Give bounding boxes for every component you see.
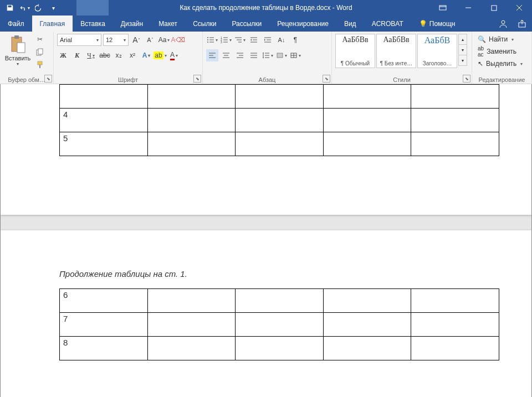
sort-icon[interactable]: A↓	[275, 34, 288, 46]
tab-view[interactable]: Вид	[336, 16, 364, 32]
table-row[interactable]	[60, 85, 499, 109]
paragraph-launcher[interactable]: ⬊	[323, 75, 330, 83]
tab-design[interactable]: Дизайн	[113, 16, 151, 32]
tab-references[interactable]: Ссылки	[185, 16, 224, 32]
font-size-combo[interactable]: 12▾	[103, 34, 129, 46]
redo-icon[interactable]	[32, 1, 45, 14]
svg-rect-3	[492, 6, 497, 11]
change-case-icon[interactable]: Aa▾	[158, 34, 170, 46]
subscript-button[interactable]: x₂	[112, 49, 125, 61]
style-heading1[interactable]: АаБбВ Заголово…	[417, 34, 457, 68]
table-row[interactable]: 4	[60, 109, 499, 132]
cursor-icon: ↖	[478, 60, 483, 68]
replace-icon: abac	[478, 45, 484, 58]
tab-layout[interactable]: Макет	[151, 16, 185, 32]
ribbon-options-icon[interactable]	[430, 0, 456, 16]
table-row[interactable]: 7	[60, 312, 499, 336]
undo-icon[interactable]: ▾	[18, 1, 31, 14]
tab-insert[interactable]: Вставка	[73, 16, 113, 32]
tab-review[interactable]: Рецензирование	[269, 16, 336, 32]
borders-icon[interactable]: ▾	[289, 49, 301, 61]
styles-up-icon[interactable]: ▴	[459, 34, 467, 45]
align-left-icon[interactable]	[206, 49, 218, 61]
font-name-combo[interactable]: Arial▾	[57, 34, 101, 46]
cut-icon[interactable]: ✂	[34, 34, 45, 45]
superscript-button[interactable]: x²	[126, 49, 139, 61]
tab-acrobat[interactable]: ACROBAT	[364, 16, 411, 32]
bullets-icon[interactable]: ▾	[206, 34, 218, 46]
underline-button[interactable]: Ч▾	[85, 49, 97, 61]
paste-button[interactable]: Вставить ▾	[3, 34, 32, 66]
style-preview: АаБбВв	[379, 35, 413, 44]
page-2: Продолжение таблицы на ст. 1. 6 7 8	[1, 230, 532, 397]
maximize-icon[interactable]	[481, 0, 507, 16]
save-icon[interactable]	[3, 1, 17, 14]
table-row[interactable]: 6	[60, 288, 499, 312]
multilevel-icon[interactable]: ▾	[234, 34, 246, 46]
share-icon[interactable]	[515, 17, 529, 30]
account-icon[interactable]	[497, 17, 510, 30]
clear-formatting-icon[interactable]: A⌫	[172, 34, 184, 46]
align-right-icon[interactable]	[234, 49, 246, 61]
tab-file[interactable]: Файл	[0, 16, 32, 32]
account-block	[76, 0, 109, 16]
strike-button[interactable]: abc	[99, 49, 111, 61]
find-button[interactable]: 🔍Найти▾	[475, 35, 528, 44]
align-center-icon[interactable]	[220, 49, 232, 61]
italic-button[interactable]: К	[71, 49, 83, 61]
table-page2[interactable]: 6 7 8	[59, 288, 499, 360]
cell[interactable]: 7	[60, 312, 148, 336]
font-color-icon[interactable]: A▾	[168, 49, 180, 61]
style-name: ¶ Без инте…	[379, 60, 413, 66]
window-title: Как сделать продолжение таблицы в Ворде.…	[180, 4, 352, 12]
tab-home[interactable]: Главная	[32, 16, 73, 32]
font-size-value: 12	[106, 37, 112, 43]
svg-point-6	[502, 20, 505, 24]
close-icon[interactable]	[507, 0, 532, 16]
group-styles-label: Стили	[332, 76, 472, 83]
group-editing-label: Редактирование	[472, 76, 531, 83]
find-label: Найти	[489, 35, 508, 43]
numbering-icon[interactable]: 123▾	[220, 34, 232, 46]
table-caption[interactable]: Продолжение таблицы на ст. 1.	[59, 269, 499, 279]
copy-icon[interactable]	[34, 47, 45, 58]
table-row[interactable]: 5	[60, 132, 499, 156]
style-preview: АаБбВ	[420, 35, 454, 45]
minimize-icon[interactable]	[456, 0, 481, 16]
table-page1[interactable]: 4 5	[59, 84, 499, 156]
increase-indent-icon[interactable]	[262, 34, 274, 46]
font-launcher[interactable]: ⬊	[193, 75, 201, 83]
decrease-indent-icon[interactable]	[248, 34, 260, 46]
tab-mailings[interactable]: Рассылки	[224, 16, 269, 32]
pilcrow-icon[interactable]: ¶	[289, 34, 301, 46]
svg-rect-51	[277, 53, 283, 58]
replace-button[interactable]: abacЗаменить	[475, 45, 528, 58]
style-no-spacing[interactable]: АаБбВв ¶ Без инте…	[376, 34, 416, 68]
justify-icon[interactable]	[248, 49, 260, 61]
grow-font-icon[interactable]: A˄	[130, 34, 142, 46]
line-spacing-icon[interactable]: ▾	[262, 49, 274, 61]
text-effects-icon[interactable]: A▾	[140, 49, 152, 61]
cell[interactable]: 4	[60, 109, 148, 132]
clipboard-launcher[interactable]: ⬊	[44, 75, 52, 83]
svg-rect-0	[439, 6, 446, 10]
qat-customize-icon[interactable]: ▾	[47, 1, 60, 14]
bold-button[interactable]: Ж	[57, 49, 69, 61]
svg-text:3: 3	[221, 40, 222, 43]
shrink-font-icon[interactable]: A˅	[144, 34, 156, 46]
styles-more-icon[interactable]: ▾	[459, 55, 467, 65]
shading-icon[interactable]: ▾	[275, 49, 288, 61]
styles-down-icon[interactable]: ▾	[459, 45, 467, 55]
select-button[interactable]: ↖Выделить▾	[475, 59, 528, 68]
cell[interactable]: 5	[60, 132, 148, 156]
document-area[interactable]: 4 5 Продолжение таблицы на ст. 1. 6 7 8	[0, 84, 532, 397]
style-preview: АаБбВв	[338, 35, 372, 44]
format-painter-icon[interactable]	[34, 59, 45, 70]
cell[interactable]: 8	[60, 336, 148, 360]
styles-launcher[interactable]: ⬊	[463, 75, 470, 83]
highlight-icon[interactable]: ab▾	[154, 49, 166, 61]
style-normal[interactable]: АаБбВв ¶ Обычный	[335, 34, 375, 68]
cell[interactable]: 6	[60, 288, 148, 312]
tell-me[interactable]: 💡Помощн	[411, 16, 463, 32]
table-row[interactable]: 8	[60, 336, 499, 360]
